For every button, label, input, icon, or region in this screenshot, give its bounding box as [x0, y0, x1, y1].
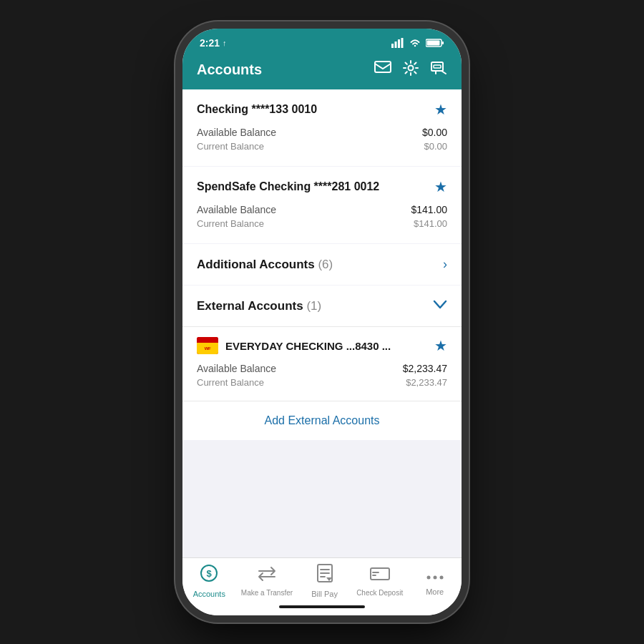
svg-rect-1	[395, 42, 397, 48]
transfer-nav-icon	[258, 566, 276, 586]
chevron-right-icon: ›	[443, 257, 447, 272]
svg-point-18	[426, 576, 430, 580]
svg-marker-14	[326, 577, 332, 581]
additional-accounts-text: Additional Accounts	[197, 258, 315, 271]
svg-rect-0	[391, 44, 394, 48]
svg-point-8	[409, 66, 414, 71]
nav-item-checkdeposit[interactable]: Check Deposit	[356, 566, 403, 597]
nav-item-transfer[interactable]: Make a Transfer	[241, 566, 293, 597]
header-actions	[374, 60, 447, 79]
external-account-name-wf: EVERYDAY CHECKING ...8430 ...	[225, 340, 391, 352]
gray-spacer	[182, 440, 462, 462]
page-title: Accounts	[197, 62, 262, 78]
svg-rect-6	[442, 42, 444, 44]
nav-item-billpay[interactable]: Bill Pay	[303, 564, 346, 598]
additional-accounts-row[interactable]: Additional Accounts (6) ›	[182, 244, 462, 285]
bottom-nav: $ Accounts Make a Transfer	[182, 557, 462, 601]
message-icon[interactable]	[374, 61, 391, 79]
account-name-spendsafe: SpendSafe Checking ****281 0012	[197, 180, 379, 193]
svg-text:$: $	[207, 568, 213, 579]
available-amount-wf: $2,233.47	[403, 363, 447, 374]
additional-accounts-label: Additional Accounts (6)	[197, 258, 333, 272]
svg-rect-7	[375, 62, 391, 72]
account-card-checking[interactable]: Checking ****133 0010 ★ Available Balanc…	[182, 89, 462, 166]
nav-label-billpay: Bill Pay	[311, 590, 338, 598]
star-icon-checking[interactable]: ★	[434, 101, 447, 118]
app-header: Accounts	[182, 54, 462, 89]
external-accounts-count: (1)	[306, 299, 321, 313]
current-label-wf: Current Balance	[197, 377, 264, 388]
svg-point-19	[433, 576, 436, 580]
external-accounts-label: External Accounts (1)	[197, 299, 321, 313]
nav-item-accounts[interactable]: $ Accounts	[187, 564, 230, 598]
svg-rect-10	[434, 65, 441, 68]
account-name-checking: Checking ****133 0010	[197, 103, 317, 116]
current-label-checking: Current Balance	[197, 141, 264, 152]
status-bar: 2:21 ↑	[182, 29, 462, 54]
nav-item-more[interactable]: More	[414, 566, 457, 596]
available-amount-checking: $0.00	[422, 127, 447, 138]
checkdeposit-nav-icon	[370, 566, 390, 586]
status-time: 2:21 ↑	[200, 37, 227, 49]
available-label-checking: Available Balance	[197, 127, 276, 138]
more-nav-icon	[426, 566, 444, 585]
chevron-down-icon	[433, 298, 447, 313]
star-icon-wf[interactable]: ★	[434, 337, 447, 354]
nav-label-accounts: Accounts	[193, 590, 225, 598]
settings-icon[interactable]	[403, 60, 419, 79]
external-accounts-text: External Accounts	[197, 299, 303, 313]
available-label-wf: Available Balance	[197, 363, 276, 374]
current-amount-spendsafe: $141.00	[414, 218, 447, 229]
account-card-spendsafe[interactable]: SpendSafe Checking ****281 0012 ★ Availa…	[182, 167, 462, 243]
nav-label-more: More	[426, 587, 444, 596]
svg-point-20	[439, 576, 443, 580]
status-icons	[391, 38, 444, 48]
phone-frame: 2:21 ↑ Accou	[182, 29, 462, 615]
current-label-spendsafe: Current Balance	[197, 218, 264, 229]
home-indicator	[182, 601, 462, 615]
current-amount-wf: $2,233.47	[406, 377, 447, 388]
home-bar	[279, 605, 365, 608]
main-content: Checking ****133 0010 ★ Available Balanc…	[182, 89, 462, 557]
svg-rect-15	[371, 568, 389, 580]
external-account-wf[interactable]: WF EVERYDAY CHECKING ...8430 ... ★ Avail…	[182, 326, 462, 401]
available-label-spendsafe: Available Balance	[197, 204, 276, 215]
external-accounts-row[interactable]: External Accounts (1)	[182, 286, 462, 326]
battery-icon	[426, 38, 444, 48]
billpay-nav-icon	[316, 564, 333, 587]
svg-rect-2	[398, 39, 400, 48]
add-external-accounts-button[interactable]: Add External Accounts	[182, 401, 462, 440]
time-display: 2:21	[200, 37, 220, 49]
nav-label-checkdeposit: Check Deposit	[356, 589, 403, 597]
nav-label-transfer: Make a Transfer	[241, 589, 293, 597]
accounts-nav-icon: $	[200, 564, 218, 587]
current-amount-checking: $0.00	[424, 141, 447, 152]
location-arrow-icon: ↑	[223, 39, 227, 47]
atm-icon[interactable]	[430, 60, 447, 79]
additional-accounts-count: (6)	[318, 258, 333, 271]
wells-fargo-logo: WF	[197, 337, 218, 354]
star-icon-spendsafe[interactable]: ★	[434, 178, 447, 195]
add-external-accounts-label: Add External Accounts	[265, 414, 380, 427]
svg-rect-5	[427, 41, 440, 46]
available-amount-spendsafe: $141.00	[411, 204, 447, 215]
wifi-icon	[409, 38, 421, 48]
signal-icon	[391, 38, 404, 48]
svg-rect-3	[401, 38, 404, 48]
